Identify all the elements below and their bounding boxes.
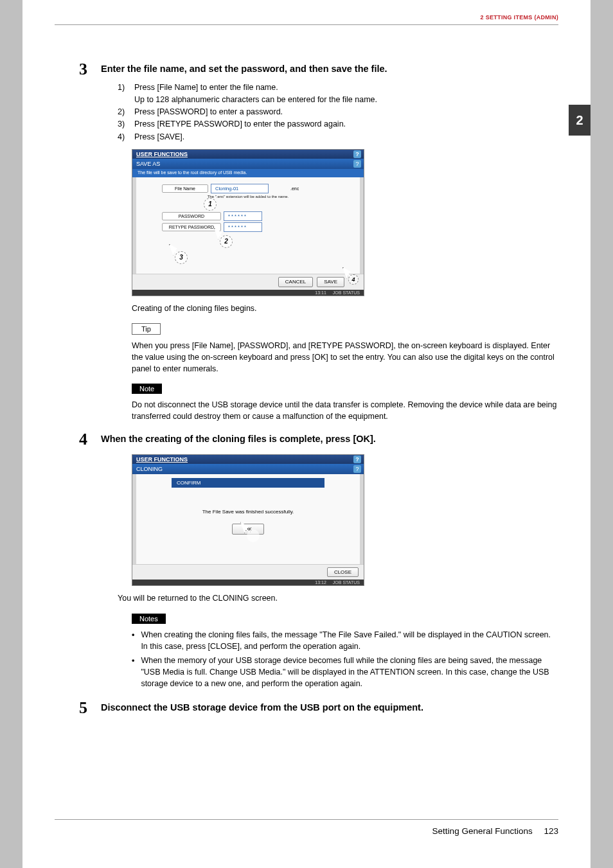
callout-2: 2: [220, 235, 233, 248]
step-4-after: You will be returned to the CLONING scre…: [118, 592, 558, 604]
step-3-subitems: 1)Press [File Name] to enter the file na…: [118, 82, 558, 143]
ss-hint: The file will be save to the root direct…: [132, 169, 364, 177]
step-3: 3 Enter the file name, and set the passw…: [79, 61, 558, 78]
chapter-tab: 2: [569, 105, 591, 136]
step-4: 4 When the creating of the cloning files…: [79, 431, 558, 448]
ss-titlebar: USER FUNCTIONS ?: [132, 455, 364, 464]
job-status-button[interactable]: JOB STATUS: [333, 290, 360, 295]
screenshot-confirm: USER FUNCTIONS ? CLONING ? CONFIRM The F…: [132, 454, 364, 586]
subitem-text: Press [File Name] to enter the file name…: [134, 82, 278, 93]
help-icon[interactable]: ?: [353, 150, 361, 158]
ss-titlebar: USER FUNCTIONS ?: [132, 150, 364, 159]
tip-box: Tip: [132, 323, 558, 335]
ss-button-row: CLOSE: [132, 564, 364, 580]
ss-footer: 13:12 JOB STATUS: [132, 580, 364, 585]
subitem-label: [118, 94, 130, 105]
confirm-message: The File Save was finished successfully.: [162, 509, 334, 515]
ss-subbar: CLONING ?: [132, 464, 364, 474]
tip-label: Tip: [132, 323, 161, 335]
callout-1: 1: [204, 198, 217, 211]
notes-label: Notes: [132, 614, 166, 624]
footer-rule: [55, 819, 558, 820]
help-icon[interactable]: ?: [353, 160, 361, 168]
step-3-after: Creating of the cloning files begins.: [132, 303, 558, 314]
note-label: Note: [132, 384, 162, 394]
ss-title: USER FUNCTIONS: [136, 151, 188, 157]
note-text: Do not disconnect the USB storage device…: [132, 399, 558, 422]
callout-3: 3: [175, 251, 188, 264]
retype-password-value: * * * * * *: [224, 222, 262, 232]
subitem-text: Press [RETYPE PASSWORD] to enter the pas…: [134, 118, 346, 130]
save-button[interactable]: SAVE: [317, 277, 344, 287]
filename-button[interactable]: File Name: [162, 184, 208, 193]
cancel-button[interactable]: CANCEL: [278, 277, 313, 287]
step-number: 5: [79, 700, 92, 716]
step-title: When the creating of the cloning files i…: [101, 434, 376, 444]
password-value: * * * * * *: [224, 211, 262, 221]
step-number: 4: [79, 431, 92, 448]
bullet-text: When creating the cloning files fails, t…: [141, 629, 558, 652]
notes-box: Notes: [132, 614, 558, 624]
help-icon[interactable]: ?: [353, 456, 361, 463]
subitem-label: 2): [118, 106, 130, 118]
help-icon[interactable]: ?: [353, 465, 361, 473]
password-button[interactable]: PASSWORD: [162, 212, 221, 220]
screenshot-save-as: USER FUNCTIONS ? SAVE AS ? The file will…: [132, 149, 364, 296]
bullet-icon: •: [132, 655, 134, 689]
ss-time: 13:12: [315, 580, 326, 585]
bullet-icon: •: [132, 629, 134, 652]
tip-text: When you press [File Name], [PASSWORD], …: [132, 340, 558, 375]
confirm-bar: CONFIRM: [172, 478, 324, 488]
ss-body: File Name Cloning-01 .enc The ".enc" ext…: [132, 177, 364, 274]
page: 2 SETTING ITEMS (ADMIN) 2 3 Enter the fi…: [22, 0, 591, 868]
job-status-button[interactable]: JOB STATUS: [333, 580, 360, 585]
ss-subbar: SAVE AS ?: [132, 159, 364, 169]
ss-title: USER FUNCTIONS: [136, 456, 188, 463]
step-title: Disconnect the USB storage device from t…: [101, 702, 423, 713]
subitem-label: 4): [118, 131, 130, 143]
retype-password-button[interactable]: RETYPE PASSWORD: [162, 223, 221, 231]
ss-footer: 13:11 JOB STATUS: [132, 290, 364, 296]
filename-note: The ".enc" extension will be added to th…: [162, 195, 334, 199]
ok-button[interactable]: OK: [232, 524, 264, 535]
subitem-text: Press [SAVE].: [134, 131, 184, 143]
step-title: Enter the file name, and set the passwor…: [101, 64, 387, 74]
ss-body: CONFIRM The File Save was finished succe…: [132, 474, 364, 564]
note-box: Note: [132, 384, 558, 394]
subitem-label: 3): [118, 118, 130, 130]
step-number: 3: [79, 61, 92, 78]
header-section: 2 SETTING ITEMS (ADMIN): [481, 14, 558, 21]
footer: Setting General Functions 123: [55, 819, 558, 836]
header-rule: [55, 24, 558, 25]
ss-subtitle: SAVE AS: [136, 161, 160, 167]
content: 3 Enter the file name, and set the passw…: [79, 61, 558, 720]
page-number: 123: [544, 826, 558, 836]
bullet-text: When the memory of your USB storage devi…: [141, 655, 558, 689]
ss-time: 13:11: [315, 290, 326, 295]
step-5: 5 Disconnect the USB storage device from…: [79, 700, 558, 716]
ss-button-row: CANCEL SAVE 4: [132, 274, 364, 290]
filename-value: Cloning-01: [211, 184, 269, 193]
notes-bullets: •When creating the cloning files fails, …: [132, 629, 558, 690]
subitem-label: 1): [118, 82, 130, 93]
callout-4: 4: [348, 274, 359, 285]
ss-subtitle: CLONING: [136, 466, 163, 472]
close-button[interactable]: CLOSE: [327, 567, 359, 577]
footer-section: Setting General Functions: [432, 826, 533, 836]
subitem-text: Press [PASSWORD] to enter a password.: [134, 106, 283, 118]
pointer-icon: [247, 529, 260, 542]
subitem-text: Up to 128 alphanumeric characters can be…: [134, 94, 377, 105]
filename-ext: .enc: [290, 186, 299, 191]
